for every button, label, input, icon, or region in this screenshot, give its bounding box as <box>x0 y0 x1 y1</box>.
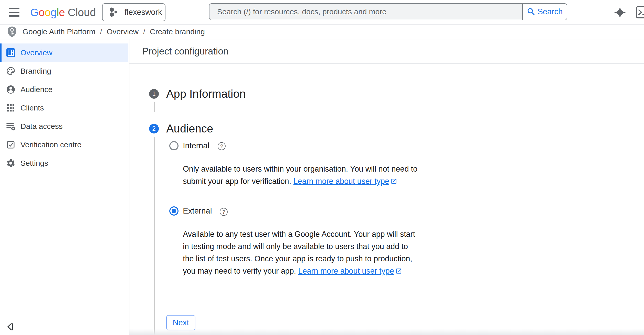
breadcrumb-item-auth-platform[interactable]: Google Auth Platform <box>23 27 95 36</box>
sidebar-item-overview[interactable]: Overview <box>0 43 128 62</box>
external-link-icon <box>395 268 402 274</box>
external-radio[interactable] <box>169 206 179 216</box>
external-learn-more-link[interactable]: Learn more about user type <box>298 266 402 275</box>
internal-learn-more-link[interactable]: Learn more about user type <box>293 177 397 185</box>
external-radio-label[interactable]: External <box>183 206 212 216</box>
sidebar-item-label: Overview <box>20 48 52 57</box>
sidebar-item-data-access[interactable]: Data access <box>0 117 128 136</box>
search-button[interactable]: Search <box>522 4 567 20</box>
internal-radio-label[interactable]: Internal <box>183 141 209 151</box>
account-circle-icon <box>6 84 16 95</box>
sidebar-item-label: Clients <box>20 104 44 112</box>
breadcrumb-separator: / <box>100 28 102 36</box>
help-question-mark: ? <box>222 209 225 215</box>
main-content: Project configuration 1 App Information … <box>129 39 644 335</box>
sidebar-item-label: Branding <box>20 67 51 75</box>
logo-letter: o <box>39 6 45 19</box>
breadcrumb-separator: / <box>143 28 145 36</box>
external-learn-more-link-text: Learn more about user type <box>298 266 394 275</box>
external-link-icon <box>391 178 397 185</box>
step-connector <box>154 137 154 335</box>
sidebar-item-settings[interactable]: Settings <box>0 154 128 172</box>
top-bar: Google Cloud flexeswork <box>0 0 644 25</box>
auth-platform-shield-key-icon <box>7 26 17 38</box>
sidebar-item-clients[interactable]: Clients <box>0 99 128 117</box>
sidebar-nav: Overview Branding Audi <box>0 43 128 172</box>
logo-letter: o <box>45 6 50 19</box>
hamburger-menu-icon[interactable] <box>9 8 19 17</box>
collapse-sidebar-icon[interactable] <box>5 321 16 332</box>
breadcrumb-item-overview[interactable]: Overview <box>107 27 139 36</box>
page-title: Project configuration <box>142 46 228 57</box>
help-question-mark: ? <box>220 143 223 149</box>
internal-learn-more-link-text: Learn more about user type <box>293 177 389 185</box>
internal-help-icon[interactable]: ? <box>218 142 226 150</box>
gemini-sparkle-icon[interactable] <box>613 6 627 19</box>
google-cloud-logo[interactable]: Google Cloud <box>30 0 96 25</box>
logo-cloud-text: Cloud <box>68 6 96 19</box>
dashboard-icon <box>6 48 16 58</box>
step-2-badge: 2 <box>149 124 159 133</box>
gear-icon <box>6 158 16 168</box>
page-header: Project configuration <box>129 39 644 64</box>
cloud-shell-terminal-icon[interactable] <box>636 6 644 18</box>
project-selector-button[interactable]: flexeswork <box>102 3 165 21</box>
sidebar-item-label: Data access <box>20 122 63 131</box>
step-1-number: 1 <box>152 90 156 97</box>
sidebar-item-verification-centre[interactable]: Verification centre <box>0 136 128 154</box>
internal-description: Only available to users within your orga… <box>183 163 418 187</box>
apps-grid-icon <box>6 103 16 113</box>
checkbox-check-icon <box>6 140 16 150</box>
sidebar: Overview Branding Audi <box>0 39 129 335</box>
project-hexagons-icon <box>109 7 119 17</box>
list-settings-icon <box>6 121 16 131</box>
step-2-title: Audience <box>166 122 213 135</box>
next-button[interactable]: Next <box>166 315 195 330</box>
breadcrumb-item-create-branding: Create branding <box>150 27 205 36</box>
sidebar-item-label: Verification centre <box>20 140 81 149</box>
search-icon <box>527 7 536 16</box>
bottom-scroll-fade <box>129 329 644 335</box>
sidebar-item-label: Audience <box>20 85 52 94</box>
step-1-title: App Information <box>166 87 246 100</box>
internal-radio[interactable] <box>169 141 179 150</box>
step-connector <box>154 102 154 112</box>
project-name: flexeswork <box>125 8 162 17</box>
breadcrumb: Google Auth Platform / Overview / Create… <box>0 25 644 39</box>
google-cloud-console: Google Cloud flexeswork <box>0 0 644 335</box>
sidebar-item-branding[interactable]: Branding <box>0 62 128 80</box>
external-description: Available to any test user with a Google… <box>183 228 418 277</box>
palette-icon <box>6 66 16 76</box>
logo-letter: l <box>57 6 59 19</box>
step-2-number: 2 <box>152 125 156 132</box>
logo-letter: g <box>51 6 57 19</box>
sidebar-item-audience[interactable]: Audience <box>0 80 128 99</box>
step-1-badge: 1 <box>149 89 159 99</box>
logo-letter: G <box>30 6 39 19</box>
external-help-icon[interactable]: ? <box>220 208 228 216</box>
search-bar: Search <box>209 3 567 20</box>
search-button-label: Search <box>538 7 563 16</box>
logo-letter: e <box>59 6 65 19</box>
sidebar-item-label: Settings <box>20 159 48 168</box>
search-input[interactable] <box>209 4 522 20</box>
